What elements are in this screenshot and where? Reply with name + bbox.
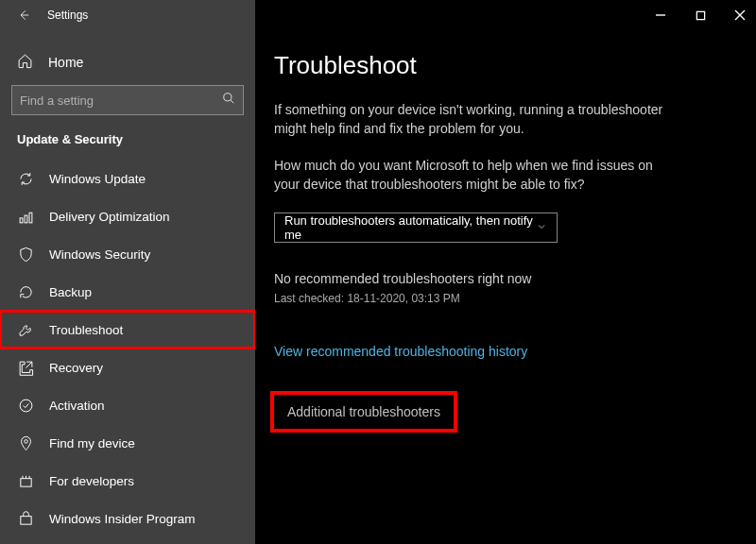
optimization-icon bbox=[17, 208, 34, 225]
page-title: Troubleshoot bbox=[274, 51, 718, 80]
sidebar-item-find-my-device[interactable]: Find my device bbox=[0, 424, 255, 462]
developer-icon bbox=[17, 472, 34, 489]
main-content: Troubleshoot If something on your device… bbox=[255, 30, 756, 544]
wrench-icon bbox=[17, 321, 34, 338]
shield-icon bbox=[17, 246, 34, 263]
sidebar-item-recovery[interactable]: Recovery bbox=[0, 348, 255, 386]
sidebar-item-activation[interactable]: Activation bbox=[0, 386, 255, 424]
svg-rect-4 bbox=[29, 212, 32, 223]
search-icon bbox=[222, 92, 235, 109]
minimize-button[interactable] bbox=[654, 8, 667, 22]
nav-list: Windows Update Delivery Optimization Win… bbox=[0, 160, 255, 537]
svg-rect-2 bbox=[20, 217, 23, 222]
sidebar-item-label: Recovery bbox=[49, 361, 103, 375]
svg-rect-8 bbox=[20, 516, 30, 524]
titlebar: Settings bbox=[0, 0, 756, 30]
sidebar-item-label: Windows Update bbox=[49, 172, 146, 186]
sidebar: Home Update & Security Windows Update bbox=[0, 30, 255, 544]
sidebar-item-label: Activation bbox=[49, 399, 105, 413]
sidebar-item-troubleshoot[interactable]: Troubleshoot bbox=[0, 311, 255, 348]
backup-icon bbox=[17, 283, 34, 300]
svg-rect-0 bbox=[696, 11, 704, 19]
sidebar-item-label: For developers bbox=[49, 474, 134, 488]
chevron-down-icon bbox=[536, 221, 547, 235]
troubleshoot-mode-dropdown[interactable]: Run troubleshooters automatically, then … bbox=[274, 212, 558, 243]
maximize-button[interactable] bbox=[694, 8, 707, 22]
search-field[interactable] bbox=[20, 94, 222, 108]
additional-troubleshooters-link[interactable]: Additional troubleshooters bbox=[274, 395, 454, 429]
sidebar-item-label: Windows Security bbox=[49, 247, 150, 262]
insider-icon bbox=[17, 510, 34, 527]
svg-rect-7 bbox=[20, 478, 30, 486]
check-icon bbox=[17, 397, 34, 414]
sidebar-item-insider-program[interactable]: Windows Insider Program bbox=[0, 500, 255, 537]
search-input[interactable] bbox=[11, 85, 244, 115]
sidebar-item-label: Troubleshoot bbox=[49, 323, 123, 337]
window-controls bbox=[255, 8, 756, 22]
svg-point-6 bbox=[24, 439, 27, 443]
home-icon bbox=[17, 53, 33, 72]
sidebar-item-for-developers[interactable]: For developers bbox=[0, 462, 255, 500]
recovery-icon bbox=[17, 359, 34, 376]
view-history-link[interactable]: View recommended troubleshooting history bbox=[274, 344, 527, 359]
dropdown-value: Run troubleshooters automatically, then … bbox=[284, 213, 536, 242]
sync-icon bbox=[17, 170, 34, 187]
sidebar-item-label: Find my device bbox=[49, 436, 135, 450]
sidebar-item-label: Windows Insider Program bbox=[49, 512, 196, 526]
titlebar-left: Settings bbox=[0, 0, 255, 30]
close-button[interactable] bbox=[733, 8, 747, 22]
sidebar-item-delivery-optimization[interactable]: Delivery Optimization bbox=[0, 197, 255, 235]
back-icon[interactable] bbox=[17, 8, 30, 22]
no-recommendations-text: No recommended troubleshooters right now bbox=[274, 271, 718, 286]
svg-rect-3 bbox=[25, 215, 27, 223]
app-title: Settings bbox=[47, 8, 88, 22]
location-icon bbox=[17, 434, 34, 451]
home-label: Home bbox=[48, 55, 83, 70]
question-text: How much do you want Microsoft to help w… bbox=[274, 157, 680, 194]
sidebar-item-windows-update[interactable]: Windows Update bbox=[0, 160, 255, 197]
svg-point-1 bbox=[224, 94, 232, 101]
last-checked-text: Last checked: 18-11-2020, 03:13 PM bbox=[274, 292, 718, 305]
intro-text: If something on your device isn't workin… bbox=[274, 101, 680, 138]
sidebar-item-label: Delivery Optimization bbox=[49, 210, 170, 224]
sidebar-item-label: Backup bbox=[49, 285, 92, 299]
home-button[interactable]: Home bbox=[0, 47, 255, 85]
sidebar-item-backup[interactable]: Backup bbox=[0, 273, 255, 311]
svg-point-5 bbox=[20, 400, 32, 412]
sidebar-item-windows-security[interactable]: Windows Security bbox=[0, 235, 255, 273]
category-label: Update & Security bbox=[0, 132, 255, 160]
